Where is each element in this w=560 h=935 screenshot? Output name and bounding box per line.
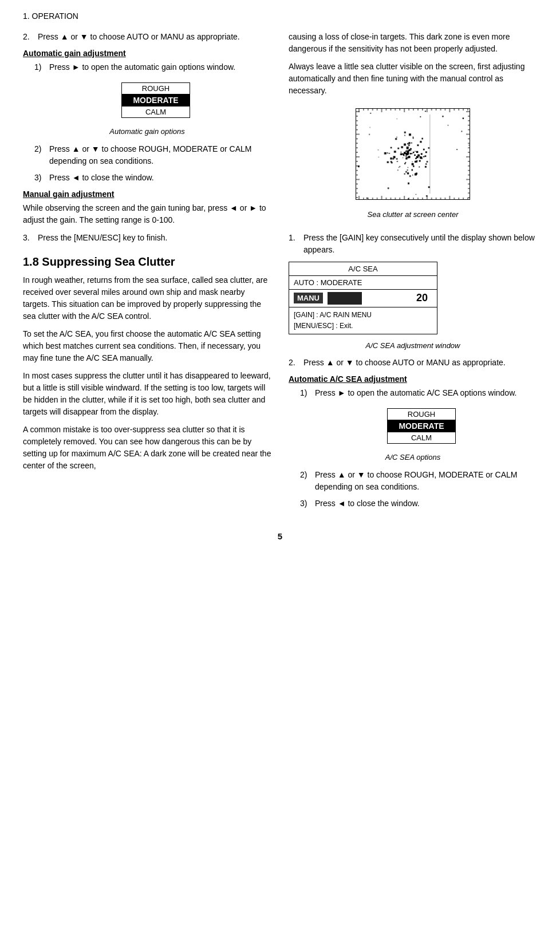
ac-sea-header: A/C SEA [289,262,437,276]
right-column: causing a loss of close-in targets. This… [289,31,537,514]
page-header: 1. OPERATION [23,11,537,21]
sea-clutter-caption: Sea clutter at screen center [368,209,459,220]
manu-value: 20 [416,292,432,304]
auto-ac-sea-heading: Automatic A/C SEA adjustment [289,374,537,384]
right-step-2-text: Press ▲ or ▼ to choose AUTO or MANU as a… [303,357,506,369]
auto-gain-step3: 3) Press ◄ to close the window. [23,172,271,184]
step-3: 3. Press the [MENU/ESC] key to finish. [23,232,271,244]
right-step-1-num: 1. [289,232,300,256]
auto-gain-step3-num: 3) [34,172,46,184]
auto-ac-sea-step1-num: 1) [300,387,311,399]
auto-ac-sea-step3: 3) Press ◄ to close the window. [289,498,537,510]
section-heading: 1.8 Suppressing Sea Clutter [23,255,271,269]
ac-sea-manu-row: MANU 20 [289,290,437,307]
auto-ac-sea-step2-num: 2) [300,469,311,493]
ac-sea-options-caption: A/C SEA options [289,452,537,463]
manual-gain-heading: Manual gain adjustment [23,190,271,199]
section-para1: In rough weather, returns from the sea s… [23,274,271,322]
manual-gain-text: While observing the screen and the gain … [23,202,271,226]
right-para1: causing a loss of close-in targets. This… [289,31,537,55]
auto-gain-step1: 1) Press ► to open the automatic gain op… [23,61,271,73]
auto-gain-step1-num: 1) [34,61,46,73]
ac-sea-window: A/C SEA AUTO : MODERATE MANU 20 [GAIN] :… [289,262,437,334]
auto-gain-step3-text: Press ◄ to close the window. [49,172,154,184]
ac-sea-footer-line2: [MENU/ESC] : Exit. [294,321,432,332]
right-step-1: 1. Press the [GAIN] key consecutively un… [289,232,537,256]
auto-gain-heading: Automatic gain adjustment [23,49,271,58]
step-2-text: Press ▲ or ▼ to choose AUTO or MANU as a… [38,31,240,43]
auto-ac-sea-step2: 2) Press ▲ or ▼ to choose ROUGH, MODERAT… [289,469,537,493]
left-column: 2. Press ▲ or ▼ to choose AUTO or MANU a… [23,31,271,514]
step-2: 2. Press ▲ or ▼ to choose AUTO or MANU a… [23,31,271,43]
auto-gain-step2-text: Press ▲ or ▼ to choose ROUGH, MODERATE o… [49,143,271,167]
right-step-1-text: Press the [GAIN] key consecutively until… [303,232,537,256]
auto-ac-sea-step1: 1) Press ► to open the automatic A/C SEA… [289,387,537,399]
ac-sea-option-rough: ROUGH [388,409,455,420]
ac-sea-auto-row: AUTO : MODERATE [289,276,437,290]
ac-sea-caption: A/C SEA adjustment window [289,340,537,352]
manu-dark-box [328,292,362,305]
ac-sea-footer: [GAIN] : A/C RAIN MENU [MENU/ESC] : Exit… [289,307,437,334]
ac-sea-gain-options-box: ROUGH MODERATE CALM [387,408,456,444]
section-para2: To set the A/C SEA, you first choose the… [23,328,271,364]
step-3-text: Press the [MENU/ESC] key to finish. [38,232,167,244]
gain-options-box: ROUGH MODERATE CALM [121,82,190,118]
section-para4: A common mistake is too over-suppress se… [23,424,271,472]
ac-sea-footer-line1: [GAIN] : A/C RAIN MENU [294,310,432,321]
right-para2: Always leave a little sea clutter visibl… [289,61,537,97]
auto-ac-sea-step2-text: Press ▲ or ▼ to choose ROUGH, MODERATE o… [315,469,537,493]
auto-ac-sea-step3-text: Press ◄ to close the window. [315,498,420,510]
auto-gain-step2-num: 2) [34,143,46,167]
auto-gain-step1-text: Press ► to open the automatic gain optio… [49,61,235,73]
auto-gain-step2: 2) Press ▲ or ▼ to choose ROUGH, MODERAT… [23,143,271,167]
page-number: 5 [23,531,537,541]
right-step-2-num: 2. [289,357,300,369]
auto-ac-sea-step3-num: 3) [300,498,311,510]
right-step-2: 2. Press ▲ or ▼ to choose AUTO or MANU a… [289,357,537,369]
sea-clutter-image [356,108,470,200]
ac-sea-option-calm: CALM [388,432,455,443]
section-para3: In most cases suppress the clutter until… [23,370,271,418]
step-3-num: 3. [23,232,34,244]
auto-ac-sea-step1-text: Press ► to open the automatic A/C SEA op… [315,387,516,399]
gain-option-rough: ROUGH [122,83,190,94]
ac-sea-option-moderate: MODERATE [388,420,455,432]
step-2-num: 2. [23,31,34,43]
manu-tag: MANU [294,293,323,303]
auto-gain-caption: Automatic gain options [23,126,271,137]
gain-option-moderate: MODERATE [122,94,190,106]
gain-option-calm: CALM [122,106,190,117]
